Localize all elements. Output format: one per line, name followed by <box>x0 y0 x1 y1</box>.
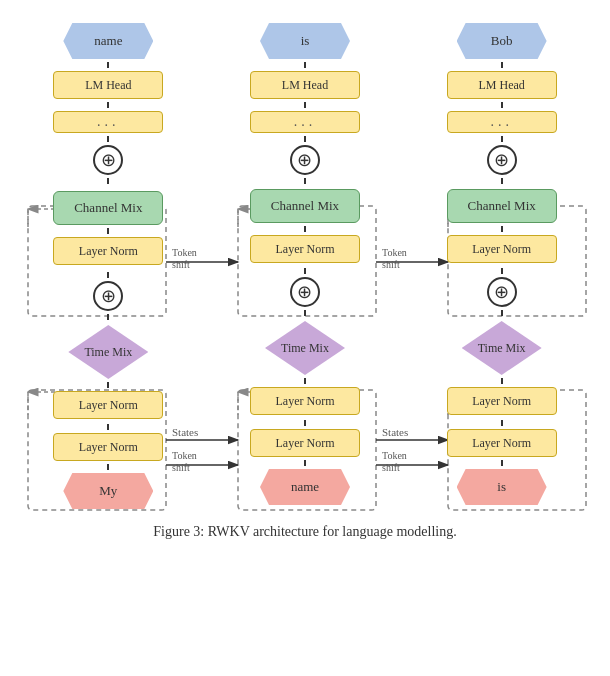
input-token-col2: name <box>260 469 350 505</box>
time-mix-col1: Time Mix <box>68 325 148 379</box>
layer-norm-channel-col1: Layer Norm <box>53 237 163 265</box>
input-token-col3: is <box>457 469 547 505</box>
output-token-col2: is <box>260 23 350 59</box>
layer-norm-channel-col2: Layer Norm <box>250 235 360 263</box>
layer-norm-bottom-col3: Layer Norm <box>447 429 557 457</box>
output-token-col3: Bob <box>457 23 547 59</box>
output-token-col1: name <box>63 23 153 59</box>
dots-col1: ... <box>53 111 163 133</box>
columns-container: name LM Head ... ⊕ Channel Mix Layer Nor… <box>10 20 600 512</box>
layer-norm-time-col1: Layer Norm <box>53 391 163 419</box>
layer-norm-time-col3: Layer Norm <box>447 387 557 415</box>
time-mix-col2: Time Mix <box>265 321 345 375</box>
add-time-col2: ⊕ <box>290 277 320 307</box>
dots-col2: ... <box>250 111 360 133</box>
lm-head-col2: LM Head <box>250 71 360 99</box>
lm-head-col1: LM Head <box>53 71 163 99</box>
input-token-col1: My <box>63 473 153 509</box>
lm-head-col3: LM Head <box>447 71 557 99</box>
layer-norm-bottom-col2: Layer Norm <box>250 429 360 457</box>
channel-mix-col3: Channel Mix <box>447 189 557 223</box>
diagram-container: Token shift Token shift Token shift Toke… <box>10 10 600 560</box>
channel-mix-col2: Channel Mix <box>250 189 360 223</box>
figure-caption: Figure 3: RWKV architecture for language… <box>10 524 600 540</box>
add-time-col1: ⊕ <box>93 281 123 311</box>
layer-norm-time-col2: Layer Norm <box>250 387 360 415</box>
column-3: Bob LM Head ... ⊕ Channel Mix Layer Norm… <box>432 20 572 508</box>
column-2: is LM Head ... ⊕ Channel Mix Layer Norm … <box>235 20 375 508</box>
time-mix-col3: Time Mix <box>462 321 542 375</box>
add-channel-col1: ⊕ <box>93 145 123 175</box>
add-channel-col3: ⊕ <box>487 145 517 175</box>
column-1: name LM Head ... ⊕ Channel Mix Layer Nor… <box>38 20 178 512</box>
layer-norm-bottom-col1: Layer Norm <box>53 433 163 461</box>
layer-norm-channel-col3: Layer Norm <box>447 235 557 263</box>
add-time-col3: ⊕ <box>487 277 517 307</box>
channel-mix-col1: Channel Mix <box>53 191 163 225</box>
dots-col3: ... <box>447 111 557 133</box>
add-channel-col2: ⊕ <box>290 145 320 175</box>
